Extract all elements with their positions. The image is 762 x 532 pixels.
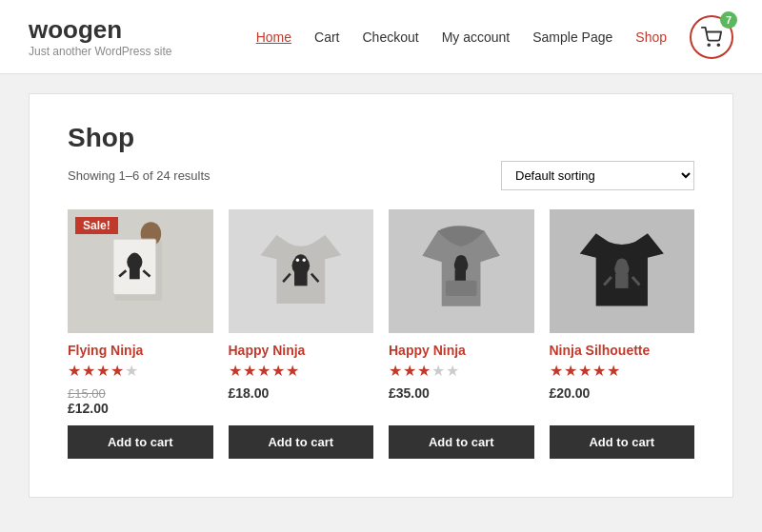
star: ★ [286, 362, 299, 380]
logo-subtitle: Just another WordPress site [29, 45, 172, 58]
header: woogen Just another WordPress site Home … [0, 0, 762, 74]
nav-checkout[interactable]: Checkout [362, 30, 418, 45]
add-to-cart-button[interactable]: Add to cart [68, 425, 213, 459]
star: ★ [271, 362, 285, 380]
nav-home[interactable]: Home [256, 30, 291, 45]
svg-point-24 [616, 258, 628, 269]
nav-sample-page[interactable]: Sample Page [532, 30, 612, 45]
star: ★ [446, 362, 459, 380]
price-only: £35.00 [389, 385, 430, 401]
star: ★ [243, 362, 256, 380]
svg-point-1 [717, 44, 719, 46]
star: ★ [592, 362, 606, 380]
star: ★ [550, 362, 563, 380]
cart-badge: 7 [720, 11, 737, 29]
svg-rect-9 [130, 266, 140, 279]
product-card: Happy Ninja ★★★★★ £18.00 Add to cart [229, 209, 374, 459]
add-to-cart-button[interactable]: Add to cart [389, 425, 534, 459]
star: ★ [607, 362, 620, 380]
star: ★ [68, 362, 81, 380]
add-to-cart-button[interactable]: Add to cart [229, 425, 374, 459]
content-box: Shop Showing 1–6 of 24 results Default s… [29, 93, 733, 498]
price-wrap: £15.00 £12.00 [68, 385, 213, 416]
star: ★ [403, 362, 416, 380]
sort-select[interactable]: Default sorting Sort by popularity Sort … [501, 161, 694, 190]
results-text: Showing 1–6 of 24 results [68, 168, 211, 183]
product-image-wrap [229, 209, 374, 333]
price-wrap: £18.00 [229, 385, 374, 401]
product-name[interactable]: Flying Ninja [68, 343, 213, 358]
product-name[interactable]: Happy Ninja [389, 343, 534, 358]
nav-shop[interactable]: Shop [635, 30, 667, 45]
product-card: Sale! Flying Ninja ★★★★★ £ [68, 209, 213, 459]
product-image [389, 209, 534, 333]
svg-rect-19 [446, 281, 477, 296]
price-original: £15.00 [68, 386, 106, 401]
main-nav: Home Cart Checkout My account Sample Pag… [256, 15, 733, 59]
products-grid: Sale! Flying Ninja ★★★★★ £ [68, 209, 694, 459]
product-name[interactable]: Ninja Silhouette [550, 343, 695, 358]
price-only: £18.00 [229, 385, 270, 401]
star: ★ [125, 362, 138, 380]
star: ★ [229, 362, 242, 380]
product-stars: ★★★★★ [550, 362, 695, 380]
product-image-wrap: Sale! [68, 209, 213, 333]
product-card: Happy Ninja ★★★★★ £35.00 Add to cart [389, 209, 534, 459]
price-wrap: £35.00 [389, 385, 534, 401]
star: ★ [389, 362, 402, 380]
product-stars: ★★★★★ [68, 362, 213, 380]
svg-rect-14 [294, 271, 308, 286]
star: ★ [257, 362, 271, 380]
svg-rect-25 [615, 273, 629, 287]
product-image [229, 209, 374, 333]
svg-point-0 [708, 44, 710, 46]
product-image-wrap [389, 209, 534, 333]
star: ★ [431, 362, 445, 380]
svg-point-8 [130, 253, 140, 264]
product-image-wrap [550, 209, 695, 333]
star: ★ [96, 362, 110, 380]
add-to-cart-button[interactable]: Add to cart [550, 425, 695, 459]
star: ★ [578, 362, 592, 380]
star: ★ [564, 362, 577, 380]
logo-title: woogen [29, 15, 172, 45]
logo-area: woogen Just another WordPress site [29, 15, 172, 58]
svg-point-18 [302, 258, 305, 261]
page-title: Shop [68, 123, 694, 153]
product-stars: ★★★★★ [229, 362, 374, 380]
star: ★ [110, 362, 124, 380]
price-only: £20.00 [550, 385, 591, 401]
svg-point-17 [296, 258, 299, 261]
svg-point-21 [456, 255, 467, 266]
product-image [550, 209, 695, 333]
svg-rect-22 [455, 269, 466, 280]
star: ★ [82, 362, 95, 380]
nav-my-account[interactable]: My account [442, 30, 511, 45]
cart-icon [701, 27, 722, 48]
product-card: Ninja Silhouette ★★★★★ £20.00 Add to car… [550, 209, 695, 459]
price-wrap: £20.00 [550, 385, 695, 401]
star: ★ [417, 362, 431, 380]
sale-badge: Sale! [75, 217, 118, 234]
nav-cart[interactable]: Cart [314, 30, 339, 45]
product-name[interactable]: Happy Ninja [229, 343, 374, 358]
cart-button[interactable]: 7 [690, 15, 733, 59]
main-wrapper: Shop Showing 1–6 of 24 results Default s… [0, 74, 762, 517]
product-stars: ★★★★★ [389, 362, 534, 380]
price-current: £12.00 [68, 401, 109, 416]
results-bar: Showing 1–6 of 24 results Default sortin… [68, 161, 694, 190]
